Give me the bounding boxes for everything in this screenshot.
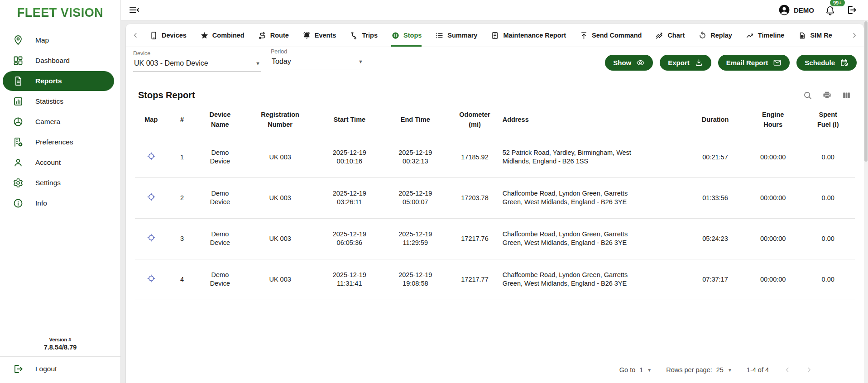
logout-icon	[846, 5, 857, 15]
next-page-button[interactable]	[805, 366, 813, 374]
report-card: Devices Combined Route Events	[126, 24, 864, 383]
print-button[interactable]	[822, 91, 832, 100]
tab-send-command[interactable]: Send Command	[580, 24, 642, 47]
table-row: 2Demo DeviceUK 0032025-12-1903:26:112025…	[135, 177, 855, 218]
tab-devices[interactable]: Devices	[149, 24, 187, 47]
map-marker-icon[interactable]	[147, 152, 156, 161]
sidebar-collapse-button[interactable]	[127, 3, 141, 17]
email-report-button[interactable]: Email Report	[718, 55, 790, 71]
list-icon	[435, 31, 444, 40]
sidebar-item-label: Info	[35, 199, 47, 207]
replay-icon	[698, 31, 707, 40]
sidebar-item-reports[interactable]: Reports	[3, 71, 114, 91]
scrollbar-thumb[interactable]	[864, 21, 868, 162]
show-button[interactable]: Show	[605, 55, 653, 71]
map-marker-icon[interactable]	[147, 233, 156, 242]
tab-label: Summary	[447, 32, 477, 39]
registration-cell: UK 003	[243, 259, 317, 300]
device-name-cell: Demo Device	[197, 177, 243, 218]
col-header-registration: Registration Number	[243, 103, 317, 137]
device-select[interactable]: Device UK 003 - Demo Device ▼	[133, 50, 261, 72]
start-time-cell: 2025-12-1900:10:16	[317, 137, 382, 177]
map-marker-icon[interactable]	[147, 192, 156, 201]
export-button[interactable]: Export	[660, 55, 711, 71]
tab-maintenance-report[interactable]: Maintenance Report	[491, 24, 566, 47]
row-number-cell: 3	[167, 218, 197, 259]
tab-label: Route	[270, 32, 289, 39]
col-header-start-time: Start Time	[317, 103, 382, 137]
sidebar-item-info[interactable]: Info	[3, 193, 114, 213]
user-menu[interactable]: DEMO	[778, 4, 814, 16]
tabs-scroll-left-button[interactable]	[129, 31, 142, 39]
avatar-icon	[778, 4, 790, 16]
tab-timeline[interactable]: Timeline	[746, 24, 785, 47]
device-select-value: UK 003 - Demo Device	[134, 59, 208, 67]
filters-row: Device UK 003 - Demo Device ▼ Period Tod…	[126, 47, 864, 79]
tab-chart[interactable]: Chart	[655, 24, 685, 47]
col-header-end-time: End Time	[382, 103, 449, 137]
sidebar-logout[interactable]: Logout	[0, 357, 120, 383]
map-marker-icon[interactable]	[147, 274, 156, 283]
sidebar-item-label: Reports	[35, 77, 62, 85]
tab-events[interactable]: Events	[302, 24, 336, 47]
topbar-right: DEMO 99+	[778, 4, 857, 16]
col-header-map: Map	[135, 103, 167, 137]
table-row: 4Demo DeviceUK 0032025-12-1911:31:412025…	[135, 259, 855, 300]
tab-label: Devices	[162, 32, 187, 39]
document-icon	[491, 31, 499, 40]
upload-icon	[580, 31, 588, 40]
tab-summary[interactable]: Summary	[435, 24, 477, 47]
rows-per-page-value: 25	[716, 366, 724, 373]
sidebar-item-map[interactable]: Map	[3, 30, 114, 50]
sidebar-item-account[interactable]: Account	[3, 153, 114, 172]
start-time-cell: 2025-12-1903:26:11	[317, 177, 382, 218]
schedule-button[interactable]: Schedule	[796, 55, 857, 71]
sidebar-item-statistics[interactable]: Statistics	[3, 91, 114, 111]
stops-table: Map # Device Name Registration Number St…	[135, 103, 855, 300]
duration-cell: 07:37:17	[686, 259, 745, 300]
caret-down-icon: ▼	[647, 368, 652, 373]
chart-icon	[655, 31, 664, 40]
schedule-button-label: Schedule	[805, 59, 835, 67]
previous-page-button[interactable]	[783, 366, 791, 374]
tab-trips[interactable]: Trips	[350, 24, 378, 47]
eye-icon	[636, 58, 645, 67]
period-select[interactable]: Period Today ▼	[271, 48, 364, 70]
tab-sim-report[interactable]: SIM Re	[798, 24, 832, 47]
vertical-scrollbar[interactable]	[864, 20, 868, 383]
col-header-number: #	[167, 103, 197, 137]
report-header: Stops Report	[126, 79, 864, 101]
main-content: Devices Combined Route Events	[121, 20, 868, 383]
tabs-scroll-right-button[interactable]	[848, 31, 861, 39]
notifications-button[interactable]: 99+	[825, 4, 835, 16]
tab-label: Replay	[710, 32, 732, 39]
rows-per-page-select[interactable]: Rows per page: 25 ▼	[666, 366, 732, 373]
engine-hours-cell: 00:00:00	[745, 218, 801, 259]
sidebar-item-label: Map	[35, 36, 49, 44]
topbar-logout-button[interactable]	[846, 5, 857, 15]
tab-label: Chart	[667, 32, 685, 39]
sidebar-item-settings[interactable]: Settings	[3, 173, 114, 193]
settings-gear-icon	[13, 177, 24, 188]
caret-down-icon: ▼	[255, 61, 260, 66]
tab-label: Stops	[403, 32, 422, 39]
version-number: 7.8.54/8.79	[0, 344, 120, 351]
tab-combined[interactable]: Combined	[200, 24, 245, 47]
tab-replay[interactable]: Replay	[698, 24, 732, 47]
pagination: Go to 1 ▼ Rows per page: 25 ▼ 1-4 of 4	[126, 366, 864, 383]
tab-label: Timeline	[758, 32, 785, 39]
goto-page-select[interactable]: Go to 1 ▼	[619, 366, 652, 373]
tab-route[interactable]: Route	[258, 24, 289, 47]
notifications-badge: 99+	[830, 0, 845, 6]
sidebar-item-dashboard[interactable]: Dashboard	[3, 51, 114, 71]
odometer-cell: 17217.77	[449, 259, 500, 300]
chevron-left-icon	[783, 366, 791, 374]
version-label: Version #	[0, 337, 120, 342]
search-button[interactable]	[803, 91, 812, 100]
camera-shutter-icon	[13, 116, 24, 127]
tab-stops[interactable]: Stops	[391, 24, 422, 47]
columns-button[interactable]	[842, 91, 851, 100]
sidebar-item-camera[interactable]: Camera	[3, 112, 114, 132]
row-number-cell: 2	[167, 177, 197, 218]
sidebar-item-preferences[interactable]: Preferences	[3, 132, 114, 152]
